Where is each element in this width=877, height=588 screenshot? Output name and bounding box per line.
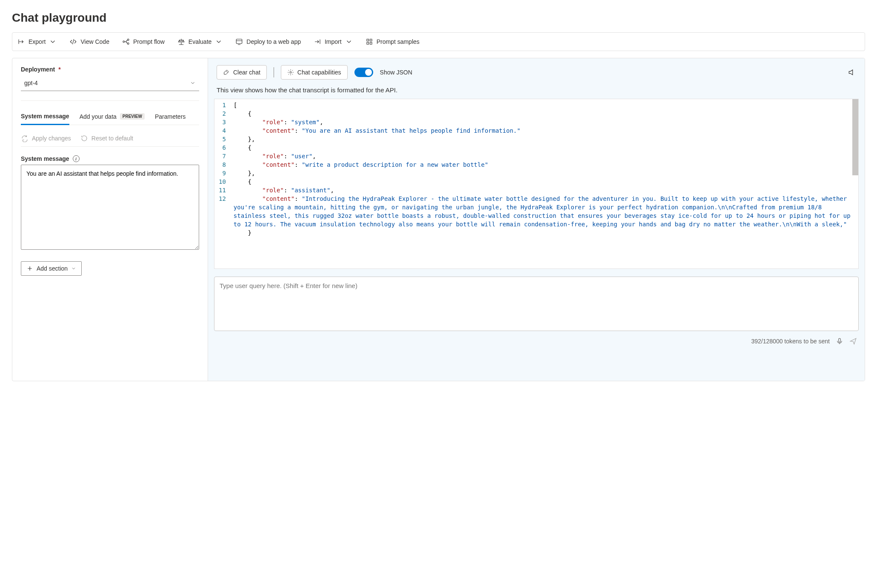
microphone-icon[interactable] [836, 337, 843, 345]
json-viewer: 123456789101112 [ { "role": "system", "c… [214, 99, 859, 269]
clear-chat-button[interactable]: Clear chat [217, 65, 267, 80]
svg-point-1 [127, 39, 129, 41]
view-description: This view shows how the chat transcript … [208, 86, 865, 99]
send-icon[interactable] [849, 337, 857, 345]
apply-changes-button: Apply changes [21, 134, 71, 142]
config-tabs: System message Add your data PREVIEW Par… [21, 112, 199, 125]
broom-icon [223, 69, 230, 76]
info-icon[interactable]: i [73, 155, 80, 162]
svg-rect-6 [367, 43, 369, 45]
deploy-label: Deploy to a web app [246, 38, 301, 45]
line-gutter: 123456789101112 [214, 99, 230, 268]
view-code-label: View Code [80, 38, 109, 45]
prompt-flow-button[interactable]: Prompt flow [121, 36, 166, 47]
prompt-samples-button[interactable]: Prompt samples [365, 36, 420, 47]
chat-capabilities-button[interactable]: Chat capabilities [281, 65, 348, 80]
flow-icon [122, 38, 130, 46]
toolbar: Export View Code Prompt flow Evaluate De… [12, 32, 865, 51]
system-message-input[interactable] [21, 165, 199, 250]
chevron-down-icon [71, 266, 76, 271]
scrollbar[interactable] [852, 99, 858, 175]
add-section-button[interactable]: Add section [21, 261, 82, 276]
prompt-flow-label: Prompt flow [133, 38, 165, 45]
svg-rect-9 [839, 338, 841, 342]
speaker-icon[interactable] [848, 68, 856, 77]
deployment-label: Deployment* [21, 66, 199, 73]
system-message-label: System message i [21, 155, 199, 162]
gear-icon [287, 69, 294, 76]
import-button[interactable]: Import [313, 36, 354, 47]
json-code[interactable]: [ { "role": "system", "content": "You ar… [230, 99, 858, 268]
tab-system-message[interactable]: System message [21, 112, 69, 125]
config-panel: Deployment* gpt-4 System message Add you… [12, 58, 208, 381]
deployment-value: gpt-4 [24, 80, 38, 86]
grid-icon [366, 38, 373, 46]
deployment-select[interactable]: gpt-4 [21, 75, 199, 91]
undo-icon [80, 134, 88, 142]
chevron-down-icon [190, 80, 196, 86]
export-label: Export [29, 38, 46, 45]
evaluate-label: Evaluate [189, 38, 211, 45]
svg-point-2 [127, 43, 129, 45]
svg-point-0 [123, 41, 125, 43]
svg-rect-7 [370, 43, 372, 45]
evaluate-button[interactable]: Evaluate [177, 36, 223, 47]
sync-icon [21, 134, 29, 142]
code-icon [69, 38, 77, 46]
plus-icon [26, 265, 33, 272]
show-json-toggle[interactable] [354, 68, 373, 77]
scale-icon [177, 38, 185, 46]
tab-add-your-data[interactable]: Add your data PREVIEW [80, 112, 145, 125]
chevron-down-icon [215, 38, 223, 46]
chat-panel: Clear chat Chat capabilities Show JSON T… [208, 58, 865, 381]
tab-parameters[interactable]: Parameters [155, 112, 186, 125]
token-count: 392/128000 tokens to be sent [751, 338, 830, 345]
import-icon [314, 38, 321, 46]
chevron-down-icon [345, 38, 353, 46]
view-code-button[interactable]: View Code [69, 36, 110, 47]
svg-rect-5 [370, 39, 372, 41]
separator [274, 67, 274, 77]
chevron-down-icon [49, 38, 57, 46]
reset-default-button: Reset to default [80, 134, 133, 142]
svg-rect-3 [237, 39, 243, 44]
export-button[interactable]: Export [17, 36, 57, 47]
chat-input[interactable] [214, 277, 859, 331]
svg-rect-4 [367, 39, 369, 41]
svg-point-8 [290, 71, 291, 73]
import-label: Import [325, 38, 342, 45]
deploy-icon [235, 38, 243, 46]
prompt-samples-label: Prompt samples [377, 38, 420, 45]
show-json-label: Show JSON [380, 69, 412, 76]
export-icon [17, 38, 25, 46]
deploy-button[interactable]: Deploy to a web app [234, 36, 302, 47]
preview-badge: PREVIEW [120, 113, 145, 120]
page-title: Chat playground [12, 11, 865, 25]
